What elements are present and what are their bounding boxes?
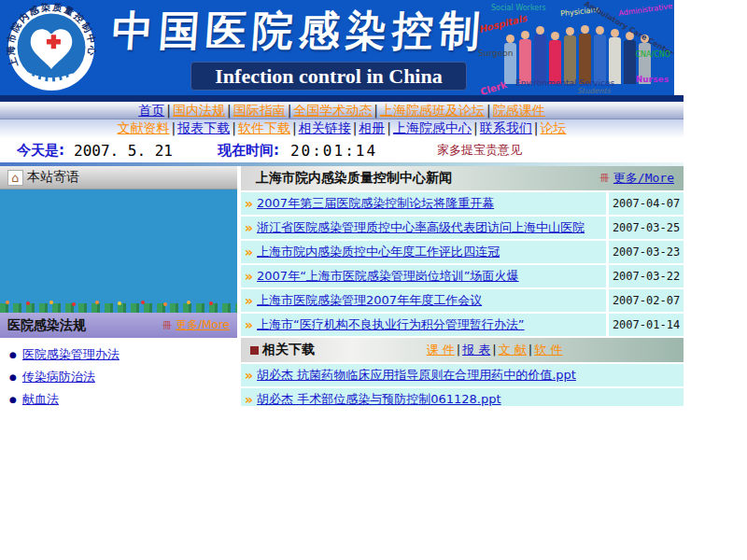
nav-item-literature[interactable]: 文献资料: [117, 120, 169, 135]
list-item: ● 医院感染管理办法: [0, 343, 237, 366]
people-label: Administrative: [617, 2, 672, 18]
regulations-title: 医院感染法规: [7, 317, 162, 334]
nav-item-photo-album[interactable]: 相册: [359, 120, 385, 135]
welcome-panel: [0, 189, 237, 300]
news-link[interactable]: 上海市“医疗机构不良执业行为积分管理暂行办法”: [257, 316, 524, 333]
nav-item-report-download[interactable]: 报表下载: [177, 120, 230, 135]
healthcare-people-illustration: Social Workers Hospitals Physicians Admi…: [476, 0, 674, 95]
people-label: Social Workers: [491, 4, 546, 12]
flower-buds-decoration: [6, 301, 9, 304]
category-separator: |: [529, 343, 532, 357]
news-section-title: 上海市院内感染质量控制中心新闻: [250, 170, 600, 187]
nav-item-international-guidelines[interactable]: 国际指南: [233, 103, 286, 118]
news-link[interactable]: 上海市院内感染质控中心年度工作评比四连冠: [257, 244, 500, 260]
nav-item-links[interactable]: 相关链接: [299, 120, 351, 135]
double-arrow-icon: »: [245, 245, 253, 259]
news-title-cell: » 2007年“上海市医院感染管理岗位培训”场面火爆: [241, 265, 606, 287]
today-label: 今天是:: [17, 142, 64, 160]
download-link[interactable]: 胡必杰 抗菌药物临床应用指导原则在合理用药中的价值.ppt: [257, 367, 576, 384]
download-category-reports[interactable]: 报 表: [462, 343, 490, 357]
news-link[interactable]: 浙江省医院感染管理质控中心率高级代表团访问上海中山医院: [257, 219, 585, 236]
main-column: 上海市院内感染质量控制中心新闻 冊 更多/More » 2007年第三届医院感染…: [241, 166, 684, 406]
content-area: ⌂ 本站寄语 医院感染法规 冊 更多/More ● 医院感染管理办法: [0, 166, 684, 406]
current-time-value: 20:01:14: [290, 142, 377, 160]
news-title-cell: » 上海市医院感染管理2007年年度工作会议: [241, 289, 606, 312]
current-time-label: 现在时间:: [218, 142, 279, 160]
nav-item-national-academic-news[interactable]: 全国学术动态: [293, 103, 372, 118]
secondary-nav: 文献资料|报表下载|软件下载|相关链接|相册|上海院感中心|联系我们|论坛: [0, 119, 684, 138]
person-figure: [579, 34, 591, 84]
news-date-cell: 2007-03-25: [609, 217, 684, 239]
bullet-icon: ●: [9, 350, 17, 359]
download-category-tabs: 课 件|报 表|文 献|软 件: [315, 342, 674, 358]
double-arrow-icon: »: [245, 196, 253, 211]
site-title-chinese: 中国医院感染控制: [110, 4, 478, 59]
news-date-cell: 2007-04-07: [609, 192, 684, 215]
browser-viewport: 上海市院内感染质量控制中心 中国医院感染控制 Infection control…: [0, 0, 747, 560]
primary-nav: 首页|国内法规|国际指南|全国学术动态|上海院感班及论坛|院感课件: [0, 102, 684, 119]
nav-separator: |: [292, 120, 297, 135]
table-row: » 上海市医院感染管理2007年年度工作会议 2007-02-07: [241, 289, 684, 312]
downloads-section-header: 相关下载 课 件|报 表|文 献|软 件: [241, 338, 684, 362]
flower-decoration: [0, 300, 237, 313]
double-arrow-icon: »: [245, 317, 253, 332]
nav-item-software-download[interactable]: 软件下载: [238, 120, 290, 135]
person-figure: [519, 39, 531, 84]
download-category-software[interactable]: 软 件: [534, 343, 562, 357]
regulation-link-management[interactable]: 医院感染管理办法: [22, 346, 120, 363]
nav-item-shanghai-class-forum[interactable]: 上海院感班及论坛: [380, 103, 485, 118]
nav-item-forum[interactable]: 论坛: [541, 120, 567, 135]
date-time-bar: 今天是: 2007. 5. 21 现在时间: 20:01:14 家多提宝贵意见: [0, 138, 684, 162]
regulation-link-blood-donation[interactable]: 献血法: [22, 391, 59, 406]
site-message-title: 本站寄语: [27, 169, 79, 186]
nav-item-courseware[interactable]: 院感课件: [493, 103, 545, 118]
person-figure: [624, 40, 636, 84]
download-category-literature[interactable]: 文 献: [499, 343, 527, 357]
people-label: Clerk: [479, 79, 508, 95]
news-link[interactable]: 上海市医院感染管理2007年年度工作会议: [257, 292, 482, 309]
header-divider-strip: [0, 95, 684, 102]
table-row: » 2007年第三届医院感染控制论坛将隆重开幕 2007-04-07: [241, 192, 684, 215]
nav-item-contact-us[interactable]: 联系我们: [480, 120, 532, 135]
news-link[interactable]: 2007年“上海市医院感染管理岗位培训”场面火爆: [257, 268, 519, 285]
people-label: Nurses: [636, 75, 669, 84]
news-title-cell: » 上海市院内感染质控中心年度工作评比四连冠: [241, 241, 606, 263]
person-figure: [549, 40, 561, 84]
people-label: Hospitals: [477, 13, 528, 35]
regulations-more-link[interactable]: 更多/More: [176, 317, 230, 333]
nav-item-domestic-regulations[interactable]: 国内法规: [173, 103, 225, 118]
news-link[interactable]: 2007年第三届医院感染控制论坛将隆重开幕: [257, 195, 494, 212]
news-date-cell: 2007-03-23: [609, 241, 684, 263]
regulation-link-infectious-disease[interactable]: 传染病防治法: [22, 369, 95, 385]
download-category-courseware[interactable]: 课 件: [427, 343, 455, 357]
nav-separator: |: [166, 103, 171, 118]
person-figure: [564, 35, 576, 84]
news-more-link[interactable]: 更多/More: [613, 170, 674, 187]
downloads-section-title: 相关下载: [262, 342, 315, 358]
sidebar: ⌂ 本站寄语 医院感染法规 冊 更多/More ● 医院感染管理办法: [0, 166, 237, 406]
book-icon: 冊: [162, 319, 172, 332]
news-title-cell: » 浙江省医院感染管理质控中心率高级代表团访问上海中山医院: [241, 217, 606, 239]
nav-item-shanghai-center[interactable]: 上海院感中心: [393, 120, 472, 135]
house-icon: ⌂: [7, 170, 23, 186]
bullet-icon: ●: [9, 372, 17, 382]
nav-item-home[interactable]: 首页: [138, 103, 164, 118]
site-header: 上海市院内感染质量控制中心 中国医院感染控制 Infection control…: [0, 0, 674, 95]
news-title-cell: » 2007年第三届医院感染控制论坛将隆重开幕: [241, 192, 606, 215]
regulations-link-list: ● 医院感染管理办法 ● 传染病防治法 ● 献血法: [0, 338, 237, 406]
nav-separator: |: [232, 120, 236, 135]
person-figure: [609, 37, 621, 84]
people-label: Students: [577, 87, 611, 95]
news-section-header: 上海市院内感染质量控制中心新闻 冊 更多/More: [241, 166, 684, 190]
download-link[interactable]: 胡必杰 手术部位感染与预防控制061128.ppt: [257, 391, 501, 406]
list-item: ● 献血法: [0, 388, 237, 406]
news-title-cell: » 上海市“医疗机构不良执业行为积分管理暂行办法”: [241, 314, 606, 336]
double-arrow-icon: »: [245, 220, 253, 235]
table-row: » 2007年“上海市医院感染管理岗位培训”场面火爆 2007-03-22: [241, 265, 684, 287]
table-row: » 上海市院内感染质控中心年度工作评比四连冠 2007-03-23: [241, 241, 684, 263]
people-label: Surgeon: [478, 49, 513, 58]
double-arrow-icon: »: [245, 392, 253, 406]
person-figure: [534, 35, 546, 84]
nav-separator: |: [288, 103, 292, 118]
table-row: » 胡必杰 手术部位感染与预防控制061128.ppt: [241, 388, 684, 406]
